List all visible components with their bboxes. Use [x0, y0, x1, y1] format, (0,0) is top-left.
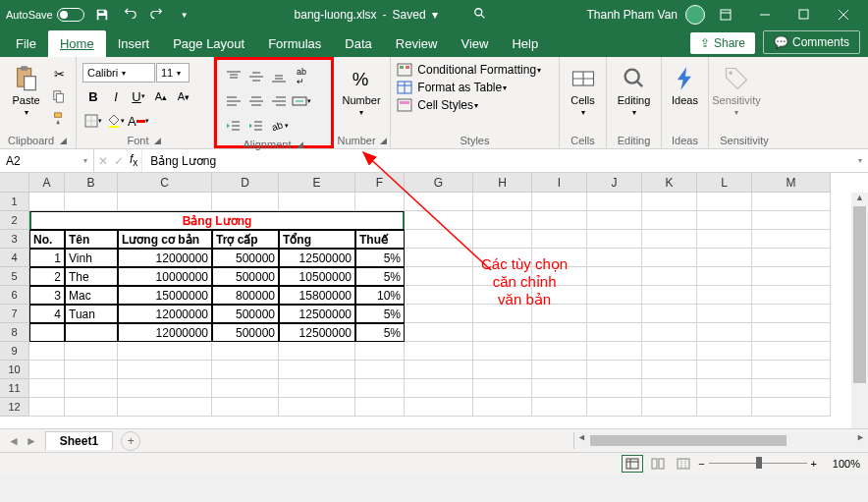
- cell[interactable]: 800000: [212, 286, 279, 305]
- row-header[interactable]: 2: [0, 211, 29, 230]
- worksheet-grid[interactable]: A B C D E F G H I J K L M 1 2 Bảng Lương…: [0, 173, 868, 428]
- col-header[interactable]: K: [642, 173, 697, 193]
- close-icon[interactable]: [825, 0, 862, 29]
- increase-font-icon[interactable]: A▴: [150, 85, 172, 107]
- row-header[interactable]: 1: [0, 193, 29, 211]
- font-color-button[interactable]: A▾: [128, 110, 149, 132]
- col-header[interactable]: F: [355, 173, 405, 193]
- undo-icon[interactable]: [120, 5, 139, 25]
- row-header[interactable]: 7: [0, 305, 29, 323]
- cell[interactable]: 3: [29, 286, 65, 305]
- cell[interactable]: Lương cơ bản: [118, 230, 212, 249]
- cells-button[interactable]: Cells▾: [566, 63, 600, 119]
- align-center-icon[interactable]: [245, 90, 267, 112]
- row-header[interactable]: 9: [0, 342, 29, 361]
- col-header[interactable]: M: [752, 173, 831, 193]
- clipboard-launcher-icon[interactable]: ◢: [58, 136, 68, 145]
- vertical-scrollbar[interactable]: ▲: [851, 193, 868, 428]
- cell[interactable]: Tuan: [65, 305, 118, 323]
- cell[interactable]: 10500000: [279, 267, 355, 286]
- tab-formulas[interactable]: Formulas: [256, 30, 333, 57]
- ideas-button[interactable]: Ideas: [668, 63, 702, 108]
- increase-indent-icon[interactable]: [245, 115, 267, 137]
- cell[interactable]: 2: [29, 267, 65, 286]
- bold-button[interactable]: B: [82, 85, 104, 107]
- tab-insert[interactable]: Insert: [106, 30, 162, 57]
- merge-center-button[interactable]: ▾: [291, 90, 312, 112]
- cell[interactable]: 12000000: [118, 249, 212, 267]
- prev-sheet-icon[interactable]: ◄: [8, 434, 20, 448]
- cell[interactable]: 5%: [355, 323, 405, 342]
- col-header[interactable]: G: [405, 173, 473, 193]
- col-header[interactable]: I: [532, 173, 587, 193]
- maximize-icon[interactable]: [786, 0, 823, 29]
- borders-button[interactable]: ▾: [82, 110, 104, 132]
- font-launcher-icon[interactable]: ◢: [153, 136, 163, 145]
- tab-file[interactable]: File: [4, 30, 48, 57]
- comments-button[interactable]: 💬Comments: [763, 30, 860, 54]
- alignment-launcher-icon[interactable]: ◢: [295, 139, 304, 149]
- format-painter-icon[interactable]: [48, 108, 70, 130]
- cell[interactable]: Vinh: [65, 249, 118, 267]
- paste-button[interactable]: Paste▾: [6, 63, 46, 119]
- font-name-combo[interactable]: Calibri▾: [82, 63, 155, 83]
- cell[interactable]: 12500000: [279, 305, 355, 323]
- cell[interactable]: 5%: [355, 305, 405, 323]
- cell[interactable]: Trợ cấp: [212, 230, 279, 249]
- cell[interactable]: 15000000: [118, 286, 212, 305]
- orientation-icon[interactable]: ab▾: [268, 115, 290, 137]
- align-top-icon[interactable]: [223, 66, 244, 87]
- add-sheet-button[interactable]: +: [121, 431, 140, 451]
- tab-data[interactable]: Data: [333, 30, 383, 57]
- minimize-icon[interactable]: [746, 0, 784, 29]
- enter-formula-icon[interactable]: ✓: [114, 154, 124, 168]
- tab-review[interactable]: Review: [384, 30, 450, 57]
- col-header[interactable]: H: [473, 173, 532, 193]
- cell[interactable]: 15800000: [279, 286, 355, 305]
- cell[interactable]: 12500000: [279, 249, 355, 267]
- row-header[interactable]: 12: [0, 398, 29, 417]
- italic-button[interactable]: I: [105, 85, 127, 107]
- avatar[interactable]: [685, 5, 705, 25]
- cell[interactable]: 12000000: [118, 305, 212, 323]
- editing-button[interactable]: Editing▾: [613, 63, 655, 119]
- cell[interactable]: 12000000: [118, 323, 212, 342]
- zoom-level[interactable]: 100%: [821, 458, 860, 470]
- number-format-button[interactable]: % Number▾: [340, 63, 383, 119]
- expand-formula-bar-icon[interactable]: ▾: [852, 156, 868, 165]
- row-header[interactable]: 8: [0, 323, 29, 342]
- format-as-table-button[interactable]: Format as Table▾: [397, 81, 507, 94]
- qat-dropdown-icon[interactable]: ▼: [175, 5, 194, 25]
- zoom-in-icon[interactable]: +: [811, 458, 817, 470]
- cell[interactable]: 500000: [212, 249, 279, 267]
- align-right-icon[interactable]: [268, 90, 290, 112]
- cell[interactable]: 500000: [212, 267, 279, 286]
- number-launcher-icon[interactable]: ◢: [380, 136, 387, 145]
- row-header[interactable]: 4: [0, 249, 29, 267]
- normal-view-icon[interactable]: [622, 455, 643, 473]
- redo-icon[interactable]: [147, 5, 167, 25]
- ribbon-options-icon[interactable]: [707, 0, 744, 29]
- horizontal-scrollbar[interactable]: ◄►: [573, 432, 868, 449]
- cell[interactable]: No.: [29, 230, 65, 249]
- zoom-slider[interactable]: [709, 462, 807, 465]
- col-header[interactable]: L: [697, 173, 752, 193]
- tab-view[interactable]: View: [449, 30, 500, 57]
- cell[interactable]: 5%: [355, 249, 405, 267]
- decrease-indent-icon[interactable]: [223, 115, 244, 137]
- cell-styles-button[interactable]: Cell Styles▾: [397, 98, 478, 112]
- copy-icon[interactable]: [48, 85, 70, 107]
- save-icon[interactable]: [92, 5, 112, 25]
- cell[interactable]: Thuế: [355, 230, 405, 249]
- col-header[interactable]: D: [212, 173, 279, 193]
- underline-button[interactable]: U▾: [128, 85, 149, 107]
- name-box[interactable]: A2▾: [0, 149, 94, 172]
- tab-home[interactable]: Home: [48, 30, 106, 57]
- align-middle-icon[interactable]: [245, 66, 267, 87]
- share-button[interactable]: ⇪Share: [690, 32, 755, 54]
- fx-icon[interactable]: fx: [130, 152, 137, 168]
- autosave-toggle[interactable]: AutoSave: [6, 8, 84, 22]
- decrease-font-icon[interactable]: A▾: [173, 85, 194, 107]
- cell[interactable]: The: [65, 267, 118, 286]
- formula-input[interactable]: Bảng Lương: [142, 154, 852, 168]
